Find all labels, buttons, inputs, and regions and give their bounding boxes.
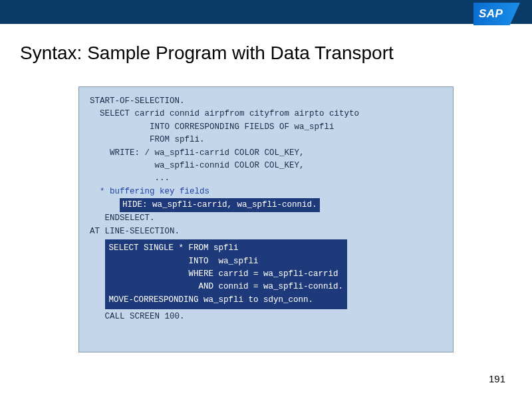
code-indent <box>90 200 120 209</box>
code-line: wa_spfli-connid COLOR COL_KEY, <box>90 160 442 172</box>
code-line: ENDSELECT. <box>90 212 442 225</box>
code-line: SELECT carrid connid airpfrom cityfrom a… <box>90 108 442 120</box>
code-line: INTO wa_spfli <box>109 255 344 268</box>
code-line: SELECT SINGLE * FROM spfli <box>109 242 344 255</box>
sap-logo: SAP <box>473 3 520 25</box>
code-highlight-block: SELECT SINGLE * FROM spfli INTO wa_spfli… <box>105 239 348 309</box>
code-line: WHERE carrid = wa_spfli-carrid <box>109 268 344 281</box>
code-highlight-block-wrapper: SELECT SINGLE * FROM spfli INTO wa_spfli… <box>90 238 442 311</box>
page-number: 191 <box>489 373 505 384</box>
header-bar: SAP <box>0 0 532 24</box>
code-indent <box>90 295 105 305</box>
code-line: AT LINE-SELECTION. <box>90 225 442 238</box>
code-line: MOVE-CORRESPONDING wa_spfli to sdyn_conn… <box>109 294 344 307</box>
code-line: ... <box>90 172 442 185</box>
code-line-hide: HIDE: wa_spfli-carrid, wa_spfli-connid. <box>90 198 442 212</box>
page-title: Syntax: Sample Program with Data Transpo… <box>20 43 532 64</box>
code-line: WRITE: / wa_spfli-carrid COLOR COL_KEY, <box>90 147 442 160</box>
code-sample-box: START-OF-SELECTION. SELECT carrid connid… <box>78 86 454 352</box>
code-line: INTO CORRESPONDING FIELDS OF wa_spfli <box>90 121 442 134</box>
code-highlight-hide: HIDE: wa_spfli-carrid, wa_spfli-connid. <box>120 198 320 212</box>
code-line: CALL SCREEN 100. <box>90 311 442 323</box>
code-line: FROM spfli. <box>90 134 442 146</box>
code-comment: * buffering key fields <box>90 186 442 198</box>
sap-logo-text: SAP <box>479 7 503 21</box>
code-line: START-OF-SELECTION. <box>90 95 442 108</box>
code-line: AND connid = wa_spfli-connid. <box>109 281 344 293</box>
